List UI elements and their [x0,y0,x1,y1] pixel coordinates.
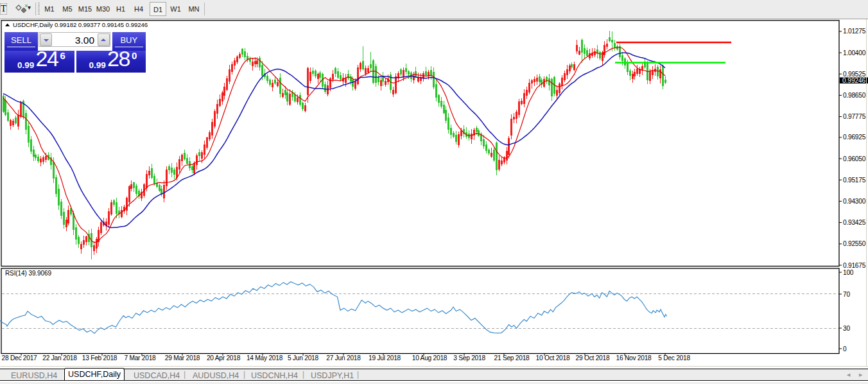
svg-text:0.91675: 0.91675 [843,262,866,269]
svg-text:30: 30 [843,325,850,332]
svg-text:13 Feb 2018: 13 Feb 2018 [82,354,117,362]
svg-text:1.00400: 1.00400 [843,49,866,57]
svg-text:16 Nov 2018: 16 Nov 2018 [616,354,652,362]
svg-text:29 Oct 2018: 29 Oct 2018 [576,354,610,362]
svg-text:70: 70 [843,291,850,298]
svg-text:14 May 2018: 14 May 2018 [247,354,283,362]
svg-text:20 Apr 2018: 20 Apr 2018 [207,354,241,362]
svg-text:5 Dec 2018: 5 Dec 2018 [658,354,690,362]
svg-text:0.96050: 0.96050 [843,155,866,162]
svg-text:0.98650: 0.98650 [843,92,866,99]
svg-text:28 Dec 2017: 28 Dec 2017 [1,354,37,362]
svg-text:0.96925: 0.96925 [843,134,866,141]
svg-text:100: 100 [843,269,854,276]
svg-text:22 Jan 2018: 22 Jan 2018 [42,354,77,362]
svg-text:19 Jul 2018: 19 Jul 2018 [369,354,401,362]
svg-text:RSI(14) 39.9069: RSI(14) 39.9069 [5,270,51,277]
svg-text:0.94300: 0.94300 [843,198,866,205]
svg-text:0.95175: 0.95175 [843,177,866,184]
svg-text:0.97775: 0.97775 [843,113,866,120]
svg-text:0: 0 [843,345,847,353]
svg-text:1.01275: 1.01275 [843,28,866,35]
svg-text:10 Oct 2018: 10 Oct 2018 [536,354,570,362]
svg-text:USDCHF,Daily 0.99182 0.99377: USDCHF,Daily 0.99182 0.99377 0.99145 0.9… [13,21,148,28]
svg-text:21 Sep 2018: 21 Sep 2018 [494,354,530,362]
svg-text:7 Mar 2018: 7 Mar 2018 [124,354,156,362]
svg-text:0.99246: 0.99246 [842,77,866,84]
svg-text:0.93425: 0.93425 [843,219,866,226]
svg-text:3 Sep 2018: 3 Sep 2018 [453,354,485,362]
svg-text:0.92550: 0.92550 [843,240,866,247]
svg-text:10 Aug 2018: 10 Aug 2018 [412,354,447,362]
